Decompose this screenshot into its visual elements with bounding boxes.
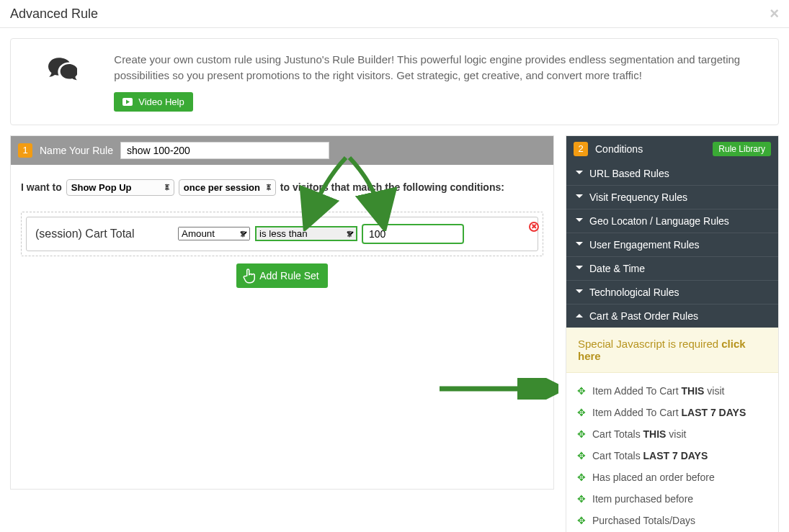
action-select[interactable]: Show Pop Up (66, 179, 174, 196)
accordion-label: Date & Time (589, 263, 645, 274)
condition-text: Cart Totals LAST 7 DAYS (592, 450, 708, 461)
warn-prefix: Special Javascript is required (578, 338, 721, 350)
accordion-label: Cart & Past Order Rules (589, 310, 698, 322)
remove-rule-icon[interactable]: ✖ (529, 222, 539, 232)
conditions-header: 2 Conditions Rule Library (566, 136, 778, 162)
rule-row: (session) Cart Total Amount ▲▼ is less t… (26, 217, 538, 251)
main-columns: 1 Name Your Rule I want to Show Pop Up ▲… (10, 135, 779, 533)
condition-text: Has placed an order before (592, 472, 715, 483)
accordion-label: Technological Rules (589, 287, 679, 298)
condition-text: Purchased Totals/Days (592, 515, 695, 526)
sentence-prefix: I want to (21, 181, 62, 193)
conditions-title: Conditions (595, 143, 643, 155)
accordion-item[interactable]: Date & Time (566, 256, 778, 280)
js-required-warning: Special Javascript is required click her… (566, 328, 778, 373)
metric-select[interactable]: Amount (178, 227, 250, 240)
accordion-label: User Engagement Rules (589, 239, 700, 251)
step-2-badge: 2 (574, 142, 588, 156)
move-icon: ✥ (576, 493, 587, 505)
chevron-down-icon (575, 263, 584, 274)
conditions-accordion: URL Based RulesVisit Frequency RulesGeo … (566, 162, 778, 328)
accordion-item[interactable]: URL Based Rules (566, 162, 778, 185)
rule-body: I want to Show Pop Up ▲▼ once per sessio… (11, 165, 553, 489)
accordion-label: Geo Locaton / Language Rules (589, 215, 729, 227)
modal-title: Advanced Rule (10, 6, 98, 22)
chevron-down-icon (575, 239, 584, 251)
intro-text: Create your own custom rule using Justun… (114, 52, 757, 112)
condition-item[interactable]: ✥Has placed an order before (566, 466, 778, 488)
move-icon: ✥ (576, 472, 587, 483)
condition-item[interactable]: ✥Purchased Totals/Days (566, 510, 778, 531)
condition-item[interactable]: ✥Item Added To Cart LAST 7 DAYS (566, 402, 778, 423)
rule-condition-label: (session) Cart Total (35, 227, 172, 240)
move-icon: ✥ (576, 385, 587, 397)
close-icon[interactable]: × (770, 6, 779, 22)
value-input[interactable] (362, 225, 463, 243)
move-icon: ✥ (576, 515, 587, 526)
condition-text: Item Added To Cart LAST 7 DAYS (592, 407, 746, 418)
accordion-item[interactable]: Visit Frequency Rules (566, 185, 778, 209)
move-icon: ✥ (576, 407, 587, 418)
accordion-label: Visit Frequency Rules (589, 191, 687, 203)
conditions-panel: 2 Conditions Rule Library URL Based Rule… (566, 135, 779, 533)
accordion-item[interactable]: Geo Locaton / Language Rules (566, 209, 778, 233)
annotation-arrow-right (436, 378, 558, 400)
name-rule-bar: 1 Name Your Rule (11, 136, 553, 165)
rule-set: (session) Cart Total Amount ▲▼ is less t… (21, 212, 543, 256)
sentence-suffix: to visitors that match the following con… (280, 181, 504, 193)
condition-text: Cart Totals THIS visit (592, 428, 686, 440)
rule-library-button[interactable]: Rule Library (713, 142, 771, 156)
name-rule-label: Name Your Rule (40, 145, 113, 156)
move-icon: ✥ (576, 428, 587, 440)
condition-item[interactable]: ✥Cart Totals LAST 7 DAYS (566, 445, 778, 466)
frequency-select[interactable]: once per session (179, 179, 276, 196)
condition-list: ✥Item Added To Cart THIS visit✥Item Adde… (566, 373, 778, 533)
chevron-down-icon (575, 168, 584, 179)
modal-header: Advanced Rule × (0, 0, 789, 28)
step-1-badge: 1 (18, 143, 32, 158)
accordion-label: URL Based Rules (589, 168, 669, 179)
condition-item[interactable]: ✥Cart Totals THIS visit (566, 423, 778, 445)
chat-icon (32, 52, 92, 84)
video-icon (122, 98, 133, 106)
accordion-item[interactable]: Technological Rules (566, 280, 778, 304)
condition-text: Item purchased before (592, 493, 693, 505)
chevron-down-icon (575, 191, 584, 203)
move-icon: ✥ (576, 450, 587, 461)
condition-item[interactable]: ✥Item Added To Cart THIS visit (566, 380, 778, 402)
intro-paragraph: Create your own custom rule using Justun… (114, 52, 757, 84)
accordion-item[interactable]: Cart & Past Order Rules (566, 304, 778, 328)
video-help-label: Video Help (138, 96, 184, 107)
video-help-button[interactable]: Video Help (114, 92, 192, 112)
condition-text: Item Added To Cart THIS visit (592, 385, 724, 397)
accordion-item[interactable]: User Engagement Rules (566, 233, 778, 256)
hand-pointer-icon (242, 268, 255, 284)
rule-name-input[interactable] (120, 142, 329, 159)
add-rule-set-button[interactable]: Add Rule Set (236, 263, 328, 288)
rule-builder-panel: 1 Name Your Rule I want to Show Pop Up ▲… (10, 135, 554, 490)
chevron-up-icon (575, 310, 584, 322)
cart-rules-body: Special Javascript is required click her… (566, 328, 778, 533)
chevron-down-icon (575, 287, 584, 298)
chevron-down-icon (575, 215, 584, 227)
operator-select[interactable]: is less than (256, 227, 357, 240)
rule-sentence: I want to Show Pop Up ▲▼ once per sessio… (21, 179, 543, 196)
condition-item[interactable]: ✥Item purchased before (566, 488, 778, 510)
intro-card: Create your own custom rule using Justun… (10, 38, 779, 125)
add-rule-label: Add Rule Set (259, 270, 319, 281)
